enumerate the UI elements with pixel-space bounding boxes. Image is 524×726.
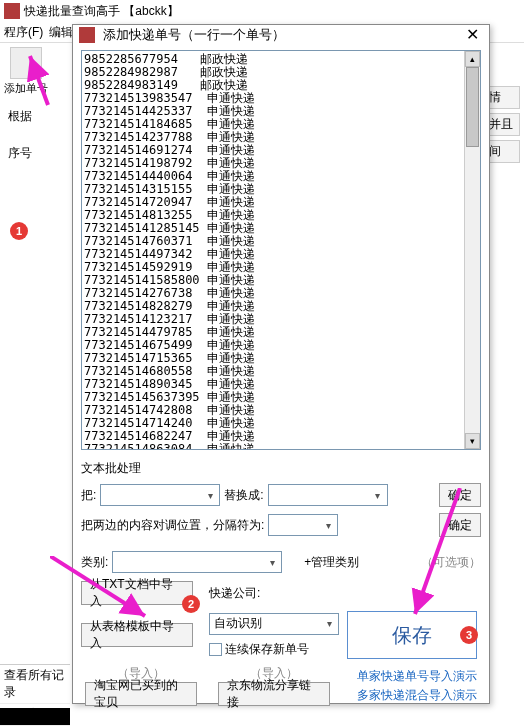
replace-ok-button[interactable]: 确定 — [439, 483, 481, 507]
replace-to-combo[interactable]: ▾ — [268, 484, 388, 506]
dialog-title: 添加快递单号（一行一个单号） — [103, 26, 285, 44]
label-replace-from: 把: — [81, 487, 96, 504]
save-button[interactable]: 保存 — [347, 611, 477, 659]
taskbar-thumb — [0, 708, 70, 726]
batch-section-label: 文本批处理 — [81, 460, 481, 477]
bottom-view-all[interactable]: 查看所有记录 — [0, 665, 70, 704]
demo-single-link[interactable]: 单家快递单号导入演示 — [357, 668, 477, 685]
main-window-title: 快递批量查询高手 【abckk】 — [24, 3, 179, 20]
continuous-save-option[interactable]: 连续保存新单号 — [209, 641, 309, 658]
import-txt-button[interactable]: 从TXT文档中导入 — [81, 581, 193, 605]
callout-badge-2: 2 — [182, 595, 200, 613]
chevron-down-icon: ▾ — [322, 618, 336, 629]
column-xuhao: 序号 — [8, 146, 32, 160]
chevron-down-icon: ▾ — [203, 490, 217, 501]
toolbar-add-tracking[interactable]: 添加单号 — [4, 47, 48, 96]
checkbox-icon[interactable] — [209, 643, 222, 656]
import-template-button[interactable]: 从表格模板中导入 — [81, 623, 193, 647]
label-replace-to: 替换成: — [224, 487, 263, 504]
chevron-down-icon: ▾ — [321, 520, 335, 531]
courier-combo-value: 自动识别 — [214, 615, 262, 632]
close-icon[interactable]: ✕ — [462, 25, 483, 44]
chevron-down-icon: ▾ — [371, 490, 385, 501]
chevron-down-icon: ▾ — [265, 557, 279, 568]
callout-badge-1: 1 — [10, 222, 28, 240]
menu-program[interactable]: 程序(F) — [4, 24, 43, 40]
taobao-import-button[interactable]: 淘宝网已买到的宝贝 — [85, 682, 197, 706]
menu-edit[interactable]: 编辑 — [49, 24, 73, 40]
toolbar-add-label: 添加单号 — [4, 81, 48, 96]
swap-delimiter-combo[interactable]: ▾ — [268, 514, 338, 536]
label-courier: 快递公司: — [209, 585, 260, 602]
textarea-scrollbar[interactable]: ▴ ▾ — [464, 51, 480, 449]
label-category: 类别: — [81, 554, 108, 571]
category-combo[interactable]: ▾ — [112, 551, 282, 573]
scroll-thumb[interactable] — [466, 67, 479, 147]
dialog-icon — [79, 27, 95, 43]
scroll-up-icon[interactable]: ▴ — [465, 51, 480, 67]
label-swap: 把两边的内容对调位置，分隔符为: — [81, 517, 264, 534]
app-icon — [4, 3, 20, 19]
courier-combo[interactable]: 自动识别 ▾ — [209, 613, 339, 635]
replace-from-combo[interactable]: ▾ — [100, 484, 220, 506]
add-tracking-dialog: 添加快递单号（一行一个单号） ✕ ▴ ▾ 文本批处理 把: ▾ 替换成: ▾ 确… — [72, 24, 490, 704]
scroll-down-icon[interactable]: ▾ — [465, 433, 480, 449]
manage-category-link[interactable]: +管理类别 — [304, 554, 359, 571]
label-genju: 根据 — [8, 109, 32, 123]
demo-mixed-link[interactable]: 多家快递混合导入演示 — [357, 687, 477, 704]
label-optional: （可选项） — [421, 554, 481, 571]
add-icon — [10, 47, 42, 79]
tracking-textarea[interactable] — [82, 51, 464, 449]
callout-badge-3: 3 — [460, 626, 478, 644]
swap-ok-button[interactable]: 确定 — [439, 513, 481, 537]
jd-import-button[interactable]: 京东物流分享链接 — [218, 682, 330, 706]
